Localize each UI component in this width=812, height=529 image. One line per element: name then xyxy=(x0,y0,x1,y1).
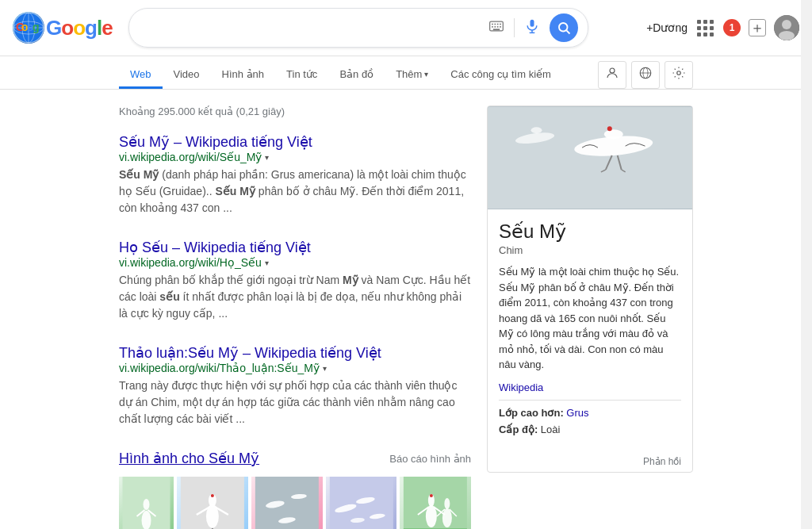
svg-point-78 xyxy=(531,127,542,133)
image-thumb-4[interactable] xyxy=(326,477,397,529)
svg-point-23 xyxy=(559,23,568,32)
search-result-1: Sếu Mỹ – Wikipedia tiếng Việt vi.wikiped… xyxy=(119,133,471,217)
image-section: Hình ảnh cho Sếu Mỹ Báo cáo hình ảnh xyxy=(119,450,471,529)
nav-item-tools[interactable]: Các công cụ tìm kiếm xyxy=(439,62,562,89)
svg-rect-11 xyxy=(492,23,493,25)
kp-divider xyxy=(499,400,681,401)
nav-item-video[interactable]: Video xyxy=(163,62,211,89)
result-3-url: vi.wikipedia.org/wiki/Thảo_luận:Sếu_Mỹ ▾ xyxy=(119,362,471,374)
svg-rect-19 xyxy=(492,29,499,30)
svg-line-24 xyxy=(566,30,569,33)
user-avatar[interactable] xyxy=(774,15,799,40)
svg-rect-17 xyxy=(496,26,498,28)
image-thumb-5[interactable] xyxy=(400,477,471,529)
scrollbar[interactable] xyxy=(801,0,812,529)
svg-point-26 xyxy=(782,20,791,29)
logo-letter-g: G xyxy=(46,16,61,40)
mic-icon-button[interactable] xyxy=(521,15,543,41)
nav-bar: Web Video Hình ảnh Tin tức Bản đồ Thêm ▾… xyxy=(0,56,812,90)
report-images-link[interactable]: Báo cáo hình ảnh xyxy=(389,453,471,465)
results-area: Khoảng 295.000 kết quả (0,21 giây) Sếu M… xyxy=(0,90,812,529)
result-1-title[interactable]: Sếu Mỹ – Wikipedia tiếng Việt xyxy=(119,134,312,150)
svg-rect-14 xyxy=(500,23,501,25)
header: G o o g Google Sếu Mỹ +Dương xyxy=(0,0,812,56)
result-2-url-dropdown[interactable]: ▾ xyxy=(265,259,269,267)
logo-letter-g2: g xyxy=(85,16,97,40)
search-result-3: Thảo luận:Sếu Mỹ – Wikipedia tiếng Việt … xyxy=(119,344,471,427)
user-settings-button[interactable] xyxy=(598,61,626,89)
globe-settings-button[interactable] xyxy=(631,61,660,89)
add-button[interactable]: ＋ xyxy=(749,19,766,36)
kp-fact-1-value[interactable]: Grus xyxy=(566,407,588,419)
knowledge-panel: Sếu Mỹ Chim Sếu Mỹ là một loài chim thuộ… xyxy=(487,105,693,529)
kp-type: Chim xyxy=(499,244,681,256)
result-1-url: vi.wikipedia.org/wiki/Sếu_Mỹ ▾ xyxy=(119,151,471,163)
kp-feedback-link[interactable]: Phản hồi xyxy=(488,451,692,472)
nav-right-tools xyxy=(598,61,693,89)
kp-fact-2: Cấp độ: Loài xyxy=(499,424,681,435)
kp-fact-2-value: Loài xyxy=(541,424,561,435)
image-section-header: Hình ảnh cho Sếu Mỹ Báo cáo hình ảnh xyxy=(119,450,471,467)
result-3-title[interactable]: Thảo luận:Sếu Mỹ – Wikipedia tiếng Việt xyxy=(119,345,381,361)
result-2-title[interactable]: Họ Sếu – Wikipedia tiếng Việt xyxy=(119,240,311,255)
kp-body: Sếu Mỹ Chim Sếu Mỹ là một loài chim thuộ… xyxy=(488,209,692,451)
image-thumb-1[interactable] xyxy=(119,477,174,529)
main-results: Khoảng 295.000 kết quả (0,21 giây) Sếu M… xyxy=(119,105,471,529)
nav-item-web[interactable]: Web xyxy=(119,62,163,89)
kp-title: Sếu Mỹ xyxy=(499,220,681,243)
svg-point-32 xyxy=(677,71,681,75)
result-1-snippet: Sếu Mỹ (danh pháp hai phần: Grus america… xyxy=(119,167,471,217)
search-input[interactable]: Sếu Mỹ xyxy=(139,21,479,35)
nav-item-ban-do[interactable]: Bản đồ xyxy=(328,62,385,89)
svg-rect-15 xyxy=(492,26,493,28)
result-2-url: vi.wikipedia.org/wiki/Họ_Sếu ▾ xyxy=(119,256,471,269)
svg-point-27 xyxy=(779,31,795,40)
svg-point-64 xyxy=(442,508,452,527)
notification-badge[interactable]: 1 xyxy=(723,19,741,36)
user-name[interactable]: +Dương xyxy=(646,21,688,34)
logo-letter-o1: o xyxy=(61,16,73,40)
google-logo: G o o g Google xyxy=(13,12,113,44)
nav-item-tin-tuc[interactable]: Tin tức xyxy=(275,62,328,89)
result-2-snippet: Chúng phân bố khắp thế giới ngoại trừ Na… xyxy=(119,272,471,322)
chevron-down-icon: ▾ xyxy=(424,70,428,79)
logo-letter-e: e xyxy=(102,16,112,40)
svg-rect-18 xyxy=(500,26,501,28)
image-thumb-3[interactable] xyxy=(251,477,323,529)
header-right: +Dương 1 ＋ xyxy=(646,15,799,40)
kp-wikipedia-link[interactable]: Wikipedia xyxy=(499,381,543,393)
image-section-title[interactable]: Hình ảnh cho Sếu Mỹ xyxy=(119,450,259,467)
result-1-url-dropdown[interactable]: ▾ xyxy=(265,153,269,162)
svg-text:g: g xyxy=(33,21,40,33)
svg-point-45 xyxy=(211,494,214,497)
svg-rect-69 xyxy=(488,107,692,209)
kp-card: Sếu Mỹ Chim Sếu Mỹ là một loài chim thuộ… xyxy=(487,105,693,473)
svg-point-28 xyxy=(610,68,615,73)
globe-icon: G o o g xyxy=(13,12,44,44)
svg-point-35 xyxy=(144,499,150,510)
kp-image xyxy=(488,106,692,209)
kp-description: Sếu Mỹ là một loài chim thuộc họ Sếu. Sế… xyxy=(499,264,681,373)
kp-fact-1: Lớp cao hơn: Grus xyxy=(499,407,681,419)
svg-point-65 xyxy=(445,498,450,509)
svg-rect-12 xyxy=(494,23,496,25)
svg-point-63 xyxy=(430,494,433,497)
gear-settings-button[interactable] xyxy=(665,61,693,89)
svg-rect-20 xyxy=(530,19,534,26)
keyboard-icon-button[interactable] xyxy=(485,15,508,41)
svg-point-34 xyxy=(142,511,151,529)
logo-letter-o2: o xyxy=(73,16,85,40)
result-count: Khoảng 295.000 kết quả (0,21 giây) xyxy=(119,105,471,117)
result-3-url-dropdown[interactable]: ▾ xyxy=(323,364,327,373)
nav-item-hinh-anh[interactable]: Hình ảnh xyxy=(211,62,276,89)
svg-point-71 xyxy=(604,129,623,139)
search-button[interactable] xyxy=(550,13,578,42)
image-thumb-2[interactable] xyxy=(177,477,248,529)
image-grid xyxy=(119,477,471,529)
result-3-snippet: Trang này được thực hiện với sự phối hợp… xyxy=(119,378,471,427)
svg-point-72 xyxy=(607,126,612,131)
svg-rect-13 xyxy=(496,23,498,25)
apps-grid-icon[interactable] xyxy=(695,18,715,38)
search-bar: Sếu Mỹ xyxy=(128,8,588,48)
nav-item-them[interactable]: Thêm ▾ xyxy=(385,62,439,89)
